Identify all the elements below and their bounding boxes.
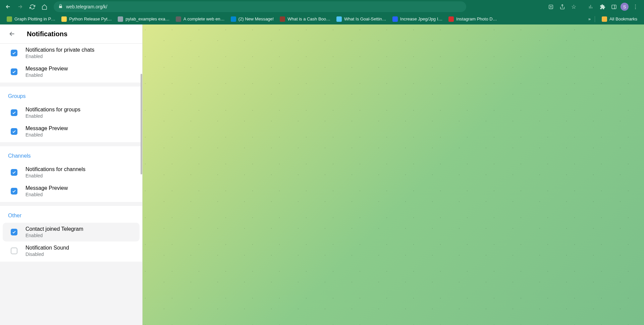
bookmark-label: Instagram Photo D… [456,16,497,21]
divider [595,16,595,22]
favicon-icon [231,16,236,22]
checkbox[interactable] [11,50,17,56]
browser-home-button[interactable] [39,1,50,12]
lock-icon [58,4,63,9]
checkbox[interactable] [11,248,17,254]
favicon-icon [176,16,181,22]
setting-text: Contact joined TelegramEnabled [25,226,83,238]
settings-section: OtherContact joined TelegramEnabledNotif… [0,206,142,262]
bookmark-item[interactable]: Instagram Photo D… [446,15,499,23]
setting-status: Enabled [25,233,83,238]
share-icon[interactable] [557,2,567,11]
bookmark-item[interactable]: What Is Goal-Settin… [334,15,389,23]
setting-status: Enabled [25,113,80,119]
setting-row[interactable]: Notification SoundDisabled [3,241,140,260]
settings-section: GroupsNotifications for groupsEnabledMes… [0,87,142,142]
bookmark-label: pylab_examples exa… [125,16,170,21]
checkbox[interactable] [11,188,17,195]
checkbox[interactable] [11,109,17,116]
settings-sidebar: Notifications Notifications for private … [0,24,143,325]
extension-stats-icon[interactable] [586,2,596,11]
bookmarks-overflow[interactable]: » [588,16,591,21]
setting-label: Notifications for groups [25,107,80,113]
bookmark-label: Increase Jpeg/Jpg I… [400,16,442,21]
setting-row[interactable]: Notifications for channelsEnabled [3,163,140,182]
browser-reload-button[interactable] [27,1,38,12]
checkbox[interactable] [11,68,17,75]
bookmark-label: Graph Plotting in P… [14,16,55,21]
section-header: Groups [0,89,142,103]
address-bar[interactable]: web.telegram.org/k/ [54,1,466,12]
favicon-icon [61,16,67,22]
install-app-icon[interactable] [546,2,555,11]
setting-label: Notifications for channels [25,166,86,172]
sidebar-header: Notifications [0,24,142,44]
setting-status: Disabled [25,252,69,257]
setting-row[interactable]: Notifications for groupsEnabled [3,103,140,122]
favicon-icon [448,16,454,22]
settings-section: ChannelsNotifications for channelsEnable… [0,146,142,202]
sidebar-content[interactable]: Notifications for private chatsEnabledMe… [0,44,142,325]
bookmarks-bar: Graph Plotting in P…Python Release Pyt…p… [0,13,644,24]
setting-status: Enabled [25,173,86,178]
chat-background [143,24,644,325]
bookmark-item[interactable]: Increase Jpeg/Jpg I… [390,15,445,23]
bookmark-item[interactable]: What is a Cash Boo… [277,15,333,23]
favicon-icon [392,16,398,22]
section-header: Channels [0,149,142,163]
favicon-icon [280,16,285,22]
bookmark-star-icon[interactable]: ☆ [569,2,578,11]
bookmark-item[interactable]: Graph Plotting in P… [4,15,58,23]
favicon-icon [118,16,123,22]
toolbar-right: ☆ S ⋮ [546,2,641,11]
side-panel-icon[interactable] [609,2,619,11]
setting-label: Message Preview [25,125,68,131]
checkbox[interactable] [11,229,17,235]
bookmark-label: A complete web en… [183,16,225,21]
browser-chrome: web.telegram.org/k/ ☆ S ⋮ [0,0,644,24]
setting-row[interactable]: Notifications for private chatsEnabled [3,44,140,62]
setting-label: Message Preview [25,66,68,72]
extensions-icon[interactable] [598,2,607,11]
setting-text: Notification SoundDisabled [25,245,69,257]
folder-icon [602,16,607,22]
settings-section: Notifications for private chatsEnabledMe… [0,44,142,83]
setting-text: Message PreviewEnabled [25,185,68,197]
bookmark-item[interactable]: pylab_examples exa… [115,15,172,23]
all-bookmarks[interactable]: All Bookmarks [599,15,640,23]
browser-back-button[interactable] [3,1,13,12]
setting-row[interactable]: Message PreviewEnabled [3,122,140,141]
setting-row[interactable]: Contact joined TelegramEnabled [3,223,140,241]
setting-text: Notifications for channelsEnabled [25,166,86,178]
bookmark-item[interactable]: A complete web en… [173,15,227,23]
app: Notifications Notifications for private … [0,24,644,325]
setting-status: Enabled [25,54,94,59]
bookmark-label: Python Release Pyt… [69,16,112,21]
bookmark-item[interactable]: (2) New Message! [228,15,276,23]
checkbox[interactable] [11,128,17,135]
checkbox[interactable] [11,169,17,176]
svg-rect-1 [612,5,616,8]
setting-label: Notification Sound [25,245,69,251]
setting-row[interactable]: Message PreviewEnabled [3,62,140,81]
setting-text: Notifications for groupsEnabled [25,107,80,119]
setting-status: Enabled [25,192,68,197]
scrollbar[interactable] [141,74,142,174]
browser-toolbar: web.telegram.org/k/ ☆ S ⋮ [0,0,644,13]
browser-forward-button[interactable] [15,1,25,12]
setting-text: Message PreviewEnabled [25,66,68,78]
kebab-menu-icon[interactable]: ⋮ [631,2,640,11]
page-title: Notifications [27,30,67,38]
setting-status: Enabled [25,72,68,78]
setting-status: Enabled [25,132,68,138]
setting-label: Notifications for private chats [25,47,94,53]
bookmark-item[interactable]: Python Release Pyt… [59,15,114,23]
back-button[interactable] [5,27,19,41]
favicon-icon [336,16,342,22]
profile-avatar[interactable]: S [621,3,629,11]
setting-row[interactable]: Message PreviewEnabled [3,182,140,201]
bookmark-label: What Is Goal-Settin… [344,16,386,21]
bookmark-label: What is a Cash Boo… [287,16,330,21]
setting-label: Message Preview [25,185,68,191]
bookmark-label: (2) New Message! [238,16,274,21]
